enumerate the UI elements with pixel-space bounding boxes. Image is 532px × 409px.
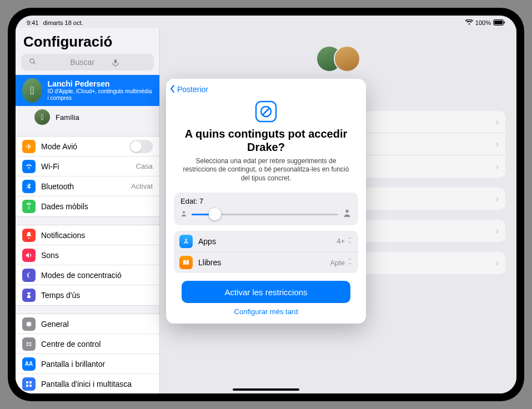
back-label: Posterior: [177, 85, 208, 94]
text-size-icon: AA: [22, 357, 36, 371]
person-small-icon: [180, 209, 187, 219]
settings-sidebar: Configuració Buscar 􀉪 Lanchi Pedersen ID…: [16, 28, 160, 393]
sidebar-item-control-center[interactable]: Centre de control: [16, 334, 159, 354]
search-input[interactable]: Buscar: [21, 54, 154, 70]
sidebar-item-focus[interactable]: Modes de concentració: [16, 265, 159, 285]
wifi-icon: [465, 19, 473, 26]
option-books[interactable]: Llibres Apte: [174, 252, 358, 273]
svg-point-4: [27, 342, 28, 344]
speaker-icon: [22, 249, 36, 262]
family-label: Família: [56, 113, 79, 122]
svg-point-15: [183, 211, 185, 214]
updown-icon: [347, 257, 353, 267]
sidebar-item-screentime[interactable]: Temps d'ús: [16, 285, 159, 305]
label-focus: Modes de concentració: [41, 271, 153, 280]
sidebar-item-display[interactable]: AA Pantalla i brillantor: [16, 354, 159, 374]
svg-rect-5: [28, 342, 32, 343]
sidebar-item-cellular[interactable]: Dades mòbils: [16, 196, 159, 216]
search-icon: [26, 58, 67, 67]
later-label: Configurar més tard: [234, 307, 298, 316]
age-picker: Edat: 7: [174, 193, 358, 225]
label-airplane: Mode Avió: [41, 142, 129, 151]
svg-rect-11: [29, 385, 32, 387]
grid-icon: [22, 377, 36, 391]
home-indicator[interactable]: [233, 388, 299, 391]
device-frame: 9:41 dimarts 18 oct. 100% Configuració: [8, 8, 524, 401]
option-apps[interactable]: Apps 4+: [174, 231, 358, 252]
age-label: Edat: 7: [180, 197, 352, 205]
label-display: Pantalla i brillantor: [41, 360, 153, 368]
svg-rect-1: [494, 21, 503, 24]
sidebar-item-sounds[interactable]: Sons: [16, 245, 159, 265]
sidebar-item-general[interactable]: General: [16, 314, 159, 334]
battery-icon: [493, 19, 505, 27]
apps-value: 4+: [337, 237, 345, 245]
books-value: Apte: [330, 259, 345, 267]
slider-thumb[interactable]: [209, 208, 221, 220]
dictate-icon[interactable]: [108, 59, 149, 65]
label-sounds: Sons: [41, 251, 153, 260]
label-wifi: Wi-Fi: [41, 162, 136, 171]
enable-restrictions-button[interactable]: Activar les restriccions: [182, 281, 350, 303]
apps-label: Apps: [198, 237, 337, 246]
page-title: Configuració: [16, 28, 159, 54]
gear-icon: [22, 317, 36, 331]
primary-button-label: Activar les restriccions: [224, 287, 307, 297]
label-home: Pantalla d'inici i multitasca: [41, 380, 153, 388]
appstore-icon: [179, 235, 193, 248]
sidebar-item-appleid[interactable]: 􀉪 Lanchi Pedersen ID d'Apple, iCloud+, c…: [16, 75, 159, 106]
screen: 9:41 dimarts 18 oct. 100% Configuració: [16, 16, 516, 393]
airplane-toggle[interactable]: [129, 140, 153, 153]
label-cellular: Dades mòbils: [41, 202, 153, 211]
sliders-icon: [22, 337, 36, 351]
person-large-icon: [343, 209, 352, 220]
svg-rect-9: [29, 381, 32, 383]
value-wifi: Casa: [136, 162, 153, 170]
bell-icon: [22, 229, 36, 242]
svg-rect-8: [26, 381, 28, 383]
label-general: General: [41, 320, 153, 329]
wifi-settings-icon: [22, 160, 36, 173]
svg-rect-10: [26, 385, 28, 387]
back-button[interactable]: Posterior: [166, 84, 366, 97]
updown-icon: [347, 236, 353, 246]
status-bar: 9:41 dimarts 18 oct. 100%: [16, 16, 516, 28]
sidebar-item-notifications[interactable]: Notificacions: [16, 225, 159, 245]
label-bluetooth: Bluetooth: [41, 182, 131, 191]
books-icon: [179, 256, 193, 269]
books-label: Llibres: [198, 258, 330, 267]
sidebar-item-family[interactable]: 􀉪 Família: [16, 106, 159, 128]
account-subtitle: ID d'Apple, iCloud+, continguts multimèd…: [48, 88, 153, 102]
airplane-icon: ✈: [22, 140, 36, 153]
hourglass-icon: [22, 289, 36, 302]
label-notifications: Notificacions: [41, 231, 153, 240]
sidebar-item-airplane[interactable]: ✈ Mode Avió: [16, 137, 159, 156]
svg-point-16: [345, 210, 349, 213]
value-bluetooth: Activat: [131, 182, 153, 190]
sidebar-item-wifi[interactable]: Wi-Fi Casa: [16, 156, 159, 176]
status-time: 9:41: [27, 19, 38, 26]
status-battery: 100%: [475, 19, 491, 26]
age-slider[interactable]: [192, 214, 338, 215]
modal-description: Selecciona una edat per rebre suggerimen…: [179, 157, 353, 183]
bluetooth-icon: [22, 180, 36, 193]
no-symbol-icon: [254, 99, 278, 124]
label-screentime: Temps d'ús: [41, 291, 153, 300]
cellular-icon: [22, 200, 36, 213]
status-date: dimarts 18 oct.: [43, 19, 83, 26]
account-name: Lanchi Pedersen: [48, 79, 153, 88]
family-avatar: 􀉪: [34, 109, 50, 125]
sidebar-item-bluetooth[interactable]: Bluetooth Activat: [16, 176, 159, 196]
svg-rect-3: [114, 59, 117, 63]
set-up-later-button[interactable]: Configurar més tard: [166, 307, 366, 316]
moon-icon: [22, 269, 36, 282]
avatar: 􀉪: [22, 78, 42, 103]
svg-line-14: [263, 108, 270, 115]
sidebar-item-home[interactable]: Pantalla d'inici i multitasca: [16, 374, 159, 393]
chevron-left-icon: [169, 84, 176, 95]
modal-title: A quins continguts pot accedir Drake?: [179, 127, 353, 154]
search-placeholder: Buscar: [67, 58, 108, 67]
svg-point-6: [30, 344, 32, 346]
svg-rect-2: [504, 21, 505, 23]
label-control: Centre de control: [41, 340, 153, 349]
